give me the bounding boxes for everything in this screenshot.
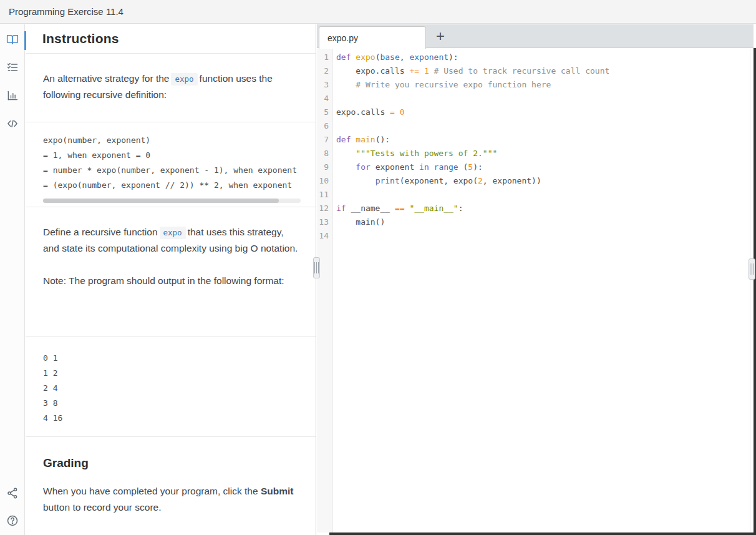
definition-code-block: expo(number, exponent)= 1, when exponent… [43, 133, 299, 193]
task-section: Define a recursive functionexpothat uses… [26, 207, 316, 337]
output-line: 4 16 [43, 411, 299, 426]
code-token: (exponent, expo( [400, 176, 478, 185]
code-line[interactable]: main() [336, 215, 746, 229]
task-paragraph: Define a recursive functionexpothat uses… [43, 224, 299, 257]
editor-gutter: 1234567891011121314 [317, 49, 332, 533]
code-token: if [336, 204, 351, 213]
top-bar: Programming Exercise 11.4 [0, 0, 756, 24]
code-line[interactable] [336, 92, 746, 106]
code-token [336, 176, 376, 185]
code-token: = [390, 107, 400, 117]
code-token: for [356, 162, 375, 172]
code-area: 1234567891011121314 def expo(base, expon… [317, 49, 750, 533]
checklist-icon[interactable] [6, 61, 19, 74]
code-line[interactable] [336, 119, 746, 133]
code-line[interactable]: """Tests with powers of 2.""" [336, 147, 746, 160]
new-tab-button[interactable]: + [428, 24, 453, 48]
help-icon[interactable] [6, 514, 19, 528]
code-token: , [400, 52, 410, 62]
grading-section: Grading When you have completed your pro… [26, 437, 316, 516]
code-token: exponent [409, 52, 448, 62]
output-line: 0 1 [43, 351, 299, 366]
code-line[interactable] [336, 229, 746, 243]
line-number: 3 [317, 78, 332, 92]
bar-chart-icon[interactable] [6, 89, 19, 102]
code-line[interactable]: if __name__ == "__main__": [336, 202, 746, 215]
code-token: exponent [376, 162, 419, 172]
code-line[interactable]: def main(): [336, 133, 746, 147]
expected-output-block: 0 11 22 43 84 16 [43, 351, 299, 426]
panel-splitter-handle[interactable] [313, 257, 320, 278]
code-token: , exponent)) [483, 176, 541, 185]
code-token: expo.calls [336, 66, 409, 76]
definition-line: expo(number, exponent) [43, 133, 299, 148]
code-line[interactable]: print(exponent, expo(2, exponent)) [336, 174, 746, 188]
grading-title: Grading [43, 456, 299, 470]
code-token [336, 149, 356, 158]
definition-scrollbar[interactable] [43, 199, 301, 203]
instructions-header: Instructions [26, 24, 316, 54]
grading-text-before: When you have completed your program, cl… [43, 486, 258, 496]
inline-code-expo-2: expo [160, 227, 186, 239]
code-token: expo [356, 52, 375, 62]
editor-code-lines[interactable]: def expo(base, exponent): expo.calls += … [336, 51, 746, 243]
code-editor-panel: expo.py + 1234567891011121314 def expo(b… [317, 24, 754, 535]
code-token: """Tests with powers of 2.""" [356, 149, 497, 158]
sidebar [0, 24, 25, 535]
book-icon[interactable] [6, 32, 19, 46]
definition-scrollbar-thumb[interactable] [43, 199, 279, 203]
right-collapsed-panel-edge [754, 48, 756, 535]
note-paragraph: Note: The program should output in the f… [43, 273, 299, 289]
code-token: 0 [400, 107, 405, 117]
code-token: def [336, 135, 356, 144]
code-token: += [409, 66, 424, 76]
code-token: range [434, 162, 463, 172]
line-number: 13 [317, 215, 332, 229]
intro-text-before: An alternative strategy for the [43, 73, 169, 84]
code-token: ): [473, 162, 483, 172]
share-icon[interactable] [6, 486, 19, 500]
output-line: 3 8 [43, 396, 299, 411]
line-number: 14 [317, 229, 332, 243]
code-line[interactable] [336, 188, 746, 202]
code-line[interactable]: for exponent in range (5): [336, 160, 746, 174]
code-line[interactable]: def expo(base, exponent): [336, 51, 746, 64]
tab-label: expo.py [327, 33, 358, 43]
intro-paragraph: An alternative strategy for theexpofunct… [43, 71, 299, 103]
grading-text-submit: Submit [261, 486, 294, 496]
definition-line: = 1, when exponent = 0 [43, 148, 299, 163]
code-token: "__main__" [409, 204, 458, 213]
instructions-panel: Instructions An alternative strategy for… [26, 24, 316, 535]
line-number: 5 [317, 106, 332, 119]
instructions-title: Instructions [42, 31, 119, 46]
code-token: __name__ [351, 204, 394, 213]
tab-expo-py[interactable]: expo.py [319, 26, 426, 49]
definition-line: = number * expo(number, exponent - 1), w… [43, 163, 299, 178]
line-number: 1 [317, 51, 332, 64]
code-token: expo.calls [336, 107, 390, 117]
code-token: 2 [478, 176, 483, 185]
line-number: 4 [317, 92, 332, 106]
code-token: (): [376, 135, 390, 144]
bottom-collapsed-panel-edge [329, 533, 756, 535]
code-token: == [395, 204, 409, 213]
code-line[interactable]: # Write you recursive expo function here [336, 78, 746, 92]
line-number: 6 [317, 119, 332, 133]
line-number: 7 [317, 133, 332, 147]
right-splitter-handle[interactable] [749, 258, 755, 280]
line-number: 9 [317, 160, 332, 174]
code-token: # Used to track recursive call count [429, 66, 610, 76]
code-token: 1 [424, 66, 429, 76]
expected-output-section: 0 11 22 43 84 16 [26, 337, 316, 437]
active-tab-indicator [24, 31, 26, 50]
code-line[interactable]: expo.calls = 0 [336, 106, 746, 119]
code-line[interactable]: expo.calls += 1 # Used to track recursiv… [336, 64, 746, 78]
code-icon[interactable] [6, 117, 19, 130]
grading-text-after: button to record your score. [43, 502, 162, 513]
intro-section: An alternative strategy for theexpofunct… [26, 54, 316, 122]
task-text-before: Define a recursive function [43, 227, 158, 237]
inline-code-expo: expo [171, 73, 197, 86]
code-token: 5 [468, 162, 473, 172]
code-token: in [419, 162, 434, 172]
code-token: def [336, 52, 356, 62]
